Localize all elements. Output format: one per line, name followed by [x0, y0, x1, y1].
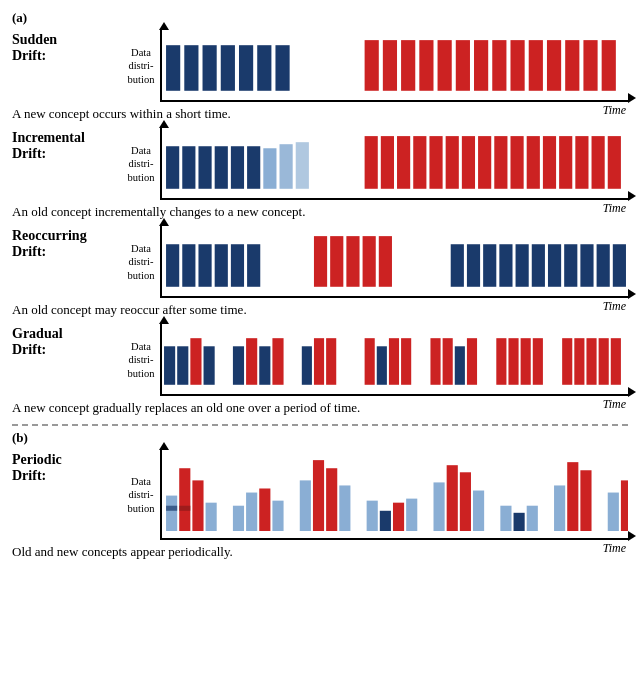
- svg-rect-81: [389, 338, 399, 385]
- svg-rect-98: [179, 468, 190, 531]
- incremental-drift-title: Incremental Drift:: [12, 126, 122, 162]
- periodic-yaxis-arrow: [159, 442, 169, 450]
- svg-rect-44: [592, 136, 605, 189]
- svg-rect-123: [580, 470, 591, 531]
- svg-rect-121: [554, 485, 565, 531]
- incremental-chart-inner: Time: [160, 128, 628, 200]
- svg-rect-106: [300, 480, 311, 531]
- incremental-xaxis-arrow: [628, 191, 636, 201]
- svg-rect-93: [586, 338, 596, 385]
- svg-rect-18: [565, 40, 579, 91]
- svg-rect-10: [419, 40, 433, 91]
- svg-rect-104: [259, 488, 270, 531]
- svg-rect-37: [478, 136, 491, 189]
- incremental-description: An old concept incrementally changes to …: [12, 204, 628, 220]
- periodic-xaxis-arrow: [628, 531, 636, 541]
- svg-rect-34: [429, 136, 442, 189]
- svg-rect-57: [451, 244, 464, 287]
- reoccurring-drift-row: Reoccurring Drift: Data distri- bution T…: [12, 224, 628, 318]
- svg-rect-87: [496, 338, 506, 385]
- svg-rect-65: [580, 244, 593, 287]
- sudden-drift-title: Sudden Drift:: [12, 28, 122, 64]
- svg-rect-13: [474, 40, 488, 91]
- svg-rect-53: [330, 236, 343, 287]
- svg-rect-72: [233, 346, 244, 384]
- svg-rect-40: [527, 136, 540, 189]
- section-a-label: (a): [12, 10, 27, 25]
- svg-rect-94: [599, 338, 609, 385]
- svg-rect-19: [583, 40, 597, 91]
- svg-rect-116: [460, 472, 471, 531]
- svg-rect-102: [233, 506, 244, 531]
- sudden-title-line1: Sudden: [12, 32, 116, 48]
- svg-rect-23: [198, 146, 211, 189]
- svg-rect-35: [446, 136, 459, 189]
- svg-rect-49: [215, 244, 228, 287]
- section-divider: [12, 424, 628, 426]
- svg-rect-115: [447, 465, 458, 531]
- svg-rect-43: [575, 136, 588, 189]
- svg-rect-76: [302, 346, 312, 384]
- svg-rect-107: [313, 460, 324, 531]
- svg-rect-52: [314, 236, 327, 287]
- periodic-drift-row: Periodic Drift: Data distri- bution Time: [12, 448, 628, 560]
- svg-rect-26: [247, 146, 260, 189]
- svg-rect-59: [483, 244, 496, 287]
- reoccurring-drift-content: Reoccurring Drift: Data distri- bution T…: [12, 224, 628, 298]
- svg-rect-112: [393, 503, 404, 531]
- svg-rect-58: [467, 244, 480, 287]
- sudden-bars-svg: [162, 30, 628, 91]
- svg-rect-99: [179, 506, 190, 511]
- svg-rect-69: [177, 346, 188, 384]
- svg-rect-114: [433, 482, 444, 531]
- svg-rect-39: [510, 136, 523, 189]
- svg-rect-42: [559, 136, 572, 189]
- svg-rect-3: [221, 45, 235, 91]
- periodic-bars-svg: [162, 450, 628, 531]
- gradual-chart-inner: Time: [160, 324, 628, 396]
- svg-rect-16: [529, 40, 543, 91]
- svg-rect-33: [413, 136, 426, 189]
- reoccurring-xaxis-label: Time: [603, 299, 626, 314]
- periodic-yaxis: Data distri- bution: [122, 450, 160, 540]
- svg-rect-61: [516, 244, 529, 287]
- reoccurring-chart: Data distri- bution Time: [122, 226, 628, 298]
- sudden-title-line2: Drift:: [12, 48, 116, 64]
- svg-rect-79: [365, 338, 375, 385]
- svg-rect-4: [239, 45, 253, 91]
- svg-rect-80: [377, 346, 387, 384]
- incremental-xaxis-label: Time: [603, 201, 626, 216]
- gradual-yaxis-arrow: [159, 316, 169, 324]
- svg-rect-74: [259, 346, 270, 384]
- svg-rect-60: [499, 244, 512, 287]
- gradual-chart: Data distri- bution Time: [122, 324, 628, 396]
- reoccurring-chart-inner: Time: [160, 226, 628, 298]
- svg-rect-9: [401, 40, 415, 91]
- svg-rect-5: [257, 45, 271, 91]
- periodic-drift-title: Periodic Drift:: [12, 448, 122, 484]
- svg-rect-8: [383, 40, 397, 91]
- svg-rect-95: [611, 338, 621, 385]
- svg-rect-66: [597, 244, 610, 287]
- svg-rect-62: [532, 244, 545, 287]
- svg-rect-55: [363, 236, 376, 287]
- gradual-drift-content: Gradual Drift: Data distri- bution Time: [12, 322, 628, 396]
- sudden-chart: Data distri- bution Time: [122, 30, 628, 102]
- incremental-yaxis-arrow: [159, 120, 169, 128]
- periodic-title-line1: Periodic: [12, 452, 116, 468]
- svg-rect-17: [547, 40, 561, 91]
- svg-rect-83: [430, 338, 440, 385]
- svg-rect-15: [510, 40, 524, 91]
- svg-rect-108: [326, 468, 337, 531]
- svg-rect-14: [492, 40, 506, 91]
- svg-rect-67: [613, 244, 626, 287]
- svg-rect-90: [533, 338, 543, 385]
- svg-rect-101: [206, 503, 217, 531]
- gradual-bars-svg: [162, 324, 628, 385]
- svg-rect-96: [166, 496, 177, 531]
- sudden-chart-inner: Time: [160, 30, 628, 102]
- periodic-chart-inner: Time: [160, 450, 628, 540]
- svg-rect-30: [365, 136, 378, 189]
- svg-rect-0: [166, 45, 180, 91]
- reoccurring-title-line2: Drift:: [12, 244, 116, 260]
